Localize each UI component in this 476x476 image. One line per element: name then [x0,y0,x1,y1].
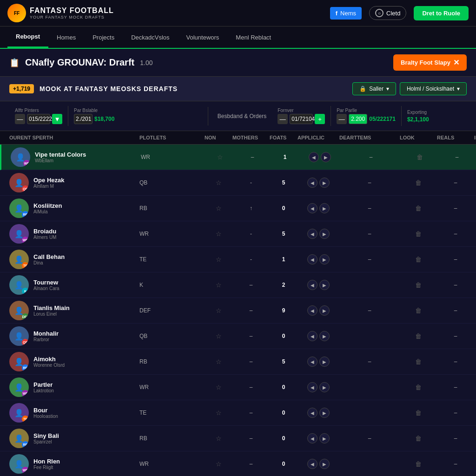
player-avatar: 👤 QB [9,173,29,192]
nav-item-menl[interactable]: Menl Reblact [227,27,279,47]
star-icon[interactable]: ☆ [216,409,222,416]
filter-plus-1[interactable]: ▼ [52,114,62,124]
app-btn-prev[interactable]: ◀ [307,203,317,213]
star-icon[interactable]: ☆ [216,460,222,468]
nav-item-deck[interactable]: DeckadcVslos [123,27,178,47]
app-btn-next[interactable]: ▶ [319,382,330,392]
saller-button[interactable]: 🔒 Saller ▾ [352,82,396,95]
dear-team-cell: – [341,154,401,160]
app-btn-prev[interactable]: ◀ [307,280,317,290]
app-btn-prev[interactable]: ◀ [307,433,317,443]
lock-cell: 🗑 [400,230,437,238]
star-icon[interactable]: ☆ [216,435,222,442]
nav-item-homes[interactable]: Homes [48,27,84,47]
star-icon[interactable]: ☆ [216,358,222,365]
star-icon[interactable]: ☆ [216,205,222,212]
star-icon[interactable]: ☆ [217,153,223,161]
star-icon[interactable]: ☆ [216,230,222,238]
app-btn-next[interactable]: ▶ [319,203,330,213]
app-btn-next[interactable]: ▶ [319,331,330,341]
app-btn-prev[interactable]: ◀ [309,152,319,162]
app-btn-prev[interactable]: ◀ [307,178,317,188]
close-icon[interactable]: ✕ [453,58,459,67]
player-avatar: 👤 RB [9,352,29,371]
filter-plus-3[interactable]: + [315,114,325,124]
mothers-cell: - [232,179,270,186]
trash-icon[interactable]: 🗑 [415,179,422,186]
app-btn-prev[interactable]: ◀ [307,357,317,367]
applicable-cell: ◀ ▶ [298,459,339,469]
col-header-look: Look [400,135,437,140]
star-icon[interactable]: ☆ [216,281,222,289]
applicable-cell: ◀ ▶ [298,203,339,213]
app-btn-prev[interactable]: ◀ [307,382,317,392]
saller-label: Saller [369,86,383,92]
app-btn-next[interactable]: ▶ [319,178,330,188]
app-btn-next[interactable]: ▶ [319,280,330,290]
inb-cell: North [474,433,476,443]
table-row: 👤 RB Kosliitzen AlMula RB ☆ ↑ 0 ◀ ▶ – 🗑 [0,196,476,221]
app-btn-prev[interactable]: ◀ [307,331,317,341]
nom-cell: ☆ [205,383,232,391]
trash-icon[interactable]: 🗑 [415,230,422,238]
filter-minus-1[interactable]: — [15,114,25,124]
player-team: Rarbror [33,337,139,342]
holml-button[interactable]: Holml / Soickslhaet ▾ [400,82,467,95]
app-btn-next[interactable]: ▶ [319,459,330,469]
trash-icon[interactable]: 🗑 [415,256,422,263]
trash-icon[interactable]: 🗑 [416,153,423,161]
filter-price-2: $18,700 [94,116,114,122]
filter-minus-3[interactable]: — [278,114,288,124]
app-btn-next[interactable]: ▶ [319,408,330,418]
app-btn-prev[interactable]: ◀ [307,408,317,418]
nav-item-volunteer[interactable]: Voluntewors [178,27,228,47]
mock-title: MOOK AT FANTASY MEOSKS DERAFTS [40,85,349,93]
nav-item-rebopst[interactable]: Rebopst [7,26,48,48]
player-info: Aimokh Worenne Olsrd [33,356,139,368]
app-btn-prev[interactable]: ◀ [307,229,317,239]
player-cell: 👤 DEF Tianlis Miain Lorus Einel [9,301,139,320]
position-text: RB [139,205,205,212]
star-icon[interactable]: ☆ [216,383,222,391]
trash-icon[interactable]: 🗑 [415,460,422,468]
lock-cell: 🗑 [400,435,437,442]
app-btn-next[interactable]: ▶ [319,229,330,239]
app-btn-prev[interactable]: ◀ [307,459,317,469]
facebook-button[interactable]: f Nems [330,7,362,20]
draft-button[interactable]: Dret to Ruole [414,6,469,20]
trash-icon[interactable]: 🗑 [415,383,422,391]
app-btn-next[interactable]: ▶ [319,433,330,443]
trash-icon[interactable]: 🗑 [415,409,422,416]
trash-icon[interactable]: 🗑 [415,358,422,365]
app-btn-next[interactable]: ▶ [319,254,330,264]
player-cell: 👤 WR Hon Rlen Fee Riiglt [9,454,139,474]
dear-team-cell: – [339,435,400,442]
filter-divider [208,107,208,126]
circle-button[interactable]: ○ Cletd [369,6,406,20]
trash-icon[interactable]: 🗑 [415,307,422,314]
filter-minus-4[interactable]: — [337,114,347,124]
applicable-cell: ◀ ▶ [298,305,339,316]
app-btn-prev[interactable]: ◀ [307,254,317,264]
lock-cell: 🗑 [400,179,437,186]
position-text: RB [139,358,205,365]
star-icon[interactable]: ☆ [216,179,222,186]
player-info: Monhalir Rarbror [33,330,139,342]
inb-cell: North [474,203,476,213]
nav-item-projects[interactable]: Projects [84,27,123,47]
app-btn-next[interactable]: ▶ [321,152,331,162]
trash-icon[interactable]: 🗑 [415,332,422,340]
trash-icon[interactable]: 🗑 [415,435,422,442]
star-icon[interactable]: ☆ [216,332,222,340]
star-icon[interactable]: ☆ [216,307,222,314]
trash-icon[interactable]: 🗑 [415,205,422,212]
app-btn-next[interactable]: ▶ [319,305,330,316]
logo-area: FF FANTASY FOOTBALL YOUR FANTASY MOCK DR… [7,4,114,22]
app-btn-prev[interactable]: ◀ [307,305,317,316]
page-action-button[interactable]: Bralty Foot Slapy ✕ [393,54,467,71]
star-icon[interactable]: ☆ [216,256,222,263]
trash-icon[interactable]: 🗑 [415,281,422,289]
holml-label: Holml / Soickslhaet [407,86,454,92]
mothers-cell: - [232,231,270,237]
app-btn-next[interactable]: ▶ [319,357,330,367]
